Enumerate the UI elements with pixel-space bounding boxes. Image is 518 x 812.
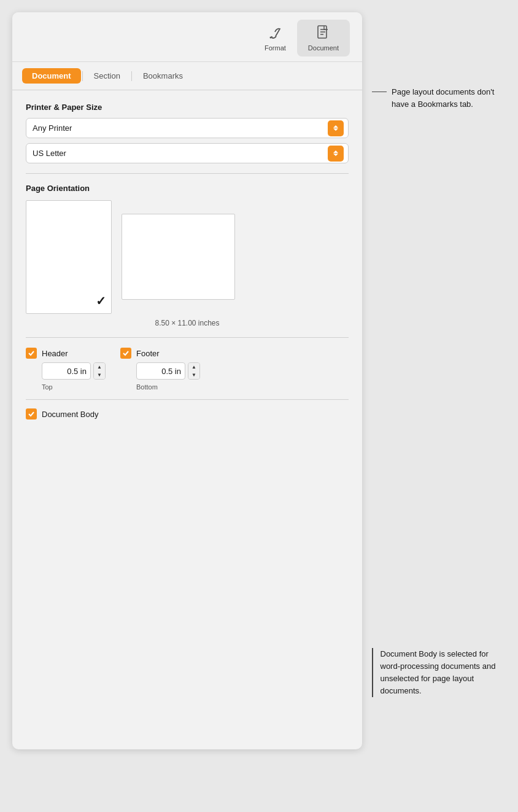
footer-stepper-down[interactable]: ▼ <box>188 371 199 379</box>
divider-2 <box>26 337 349 338</box>
printer-select[interactable]: Any Printer <box>26 118 349 138</box>
footer-label-row: Footer <box>120 348 160 359</box>
header-footer-section: Header ▲ ▼ Top <box>26 348 349 420</box>
doc-body-annotation: Document Body is selected for word-proce… <box>372 648 506 698</box>
hf-row: Header ▲ ▼ Top <box>26 348 349 391</box>
footer-stepper: ▲ ▼ <box>188 362 200 380</box>
tab-section[interactable]: Section <box>84 68 130 84</box>
format-label: Format <box>265 44 286 52</box>
header-label-row: Header <box>26 348 68 359</box>
footer-sublabel: Bottom <box>136 383 158 391</box>
orientation-options: ✓ <box>26 200 349 314</box>
header-value-input[interactable] <box>42 362 91 380</box>
footer-stepper-up[interactable]: ▲ <box>188 363 199 371</box>
header-checkbox[interactable] <box>26 348 37 359</box>
landscape-option[interactable] <box>122 200 235 300</box>
doc-body-label: Document Body <box>42 410 99 419</box>
header-input-row: ▲ ▼ <box>42 362 106 380</box>
header-stepper-down[interactable]: ▼ <box>94 371 105 379</box>
printer-dropdown-wrap: Any Printer <box>26 118 349 138</box>
annotations-panel: Page layout documents don't have a Bookm… <box>372 12 506 698</box>
footer-value-input[interactable] <box>136 362 185 380</box>
doc-body-checkbox[interactable] <box>26 408 37 420</box>
footer-label: Footer <box>136 349 160 358</box>
orientation-section: Page Orientation ✓ 8.50 × 11.00 inches <box>26 184 349 327</box>
paper-dropdown-wrap: US Letter <box>26 143 349 163</box>
document-label: Document <box>308 44 339 52</box>
inspector-panel: Format Document Document Section Bookmar… <box>12 12 362 749</box>
header-sublabel: Top <box>42 383 53 391</box>
header-stepper-up[interactable]: ▲ <box>94 363 105 371</box>
dimension-text: 8.50 × 11.00 inches <box>26 319 349 327</box>
doc-body-row: Document Body <box>26 399 349 420</box>
portrait-option[interactable]: ✓ <box>26 200 112 314</box>
divider-1 <box>26 173 349 174</box>
document-button[interactable]: Document <box>297 20 350 57</box>
printer-section-title: Printer & Paper Size <box>26 103 349 112</box>
paper-select[interactable]: US Letter <box>26 143 349 163</box>
document-icon <box>315 25 332 42</box>
tab-divider-1 <box>82 71 83 81</box>
tab-document[interactable]: Document <box>22 68 81 84</box>
bookmarks-annotation-text: Page layout documents don't have a Bookm… <box>392 86 506 110</box>
svg-point-0 <box>270 37 272 39</box>
tab-bar: Document Section Bookmarks <box>12 62 362 90</box>
annotation-line-1 <box>372 92 387 92</box>
footer-input-row: ▲ ▼ <box>136 362 200 380</box>
doc-body-annotation-text: Document Body is selected for word-proce… <box>381 648 506 698</box>
selected-checkmark: ✓ <box>96 294 106 308</box>
header-stepper: ▲ ▼ <box>93 362 106 380</box>
footer-checkbox[interactable] <box>120 348 131 359</box>
portrait-page: ✓ <box>26 200 112 314</box>
landscape-page <box>122 214 235 300</box>
tab-divider-2 <box>131 71 132 81</box>
header-label: Header <box>42 349 68 358</box>
footer-item: Footer ▲ ▼ Bottom <box>120 348 200 391</box>
tab-bookmarks[interactable]: Bookmarks <box>133 68 193 84</box>
annotation-vline <box>372 648 373 697</box>
toolbar: Format Document <box>12 12 362 62</box>
bookmarks-annotation: Page layout documents don't have a Bookm… <box>372 86 506 110</box>
content-area: Printer & Paper Size Any Printer US Lett… <box>12 90 362 432</box>
orientation-section-title: Page Orientation <box>26 184 349 193</box>
header-item: Header ▲ ▼ Top <box>26 348 106 391</box>
format-button[interactable]: Format <box>253 20 297 57</box>
doc-body-annotation-spacer: Document Body is selected for word-proce… <box>372 636 506 698</box>
format-icon <box>266 25 284 42</box>
